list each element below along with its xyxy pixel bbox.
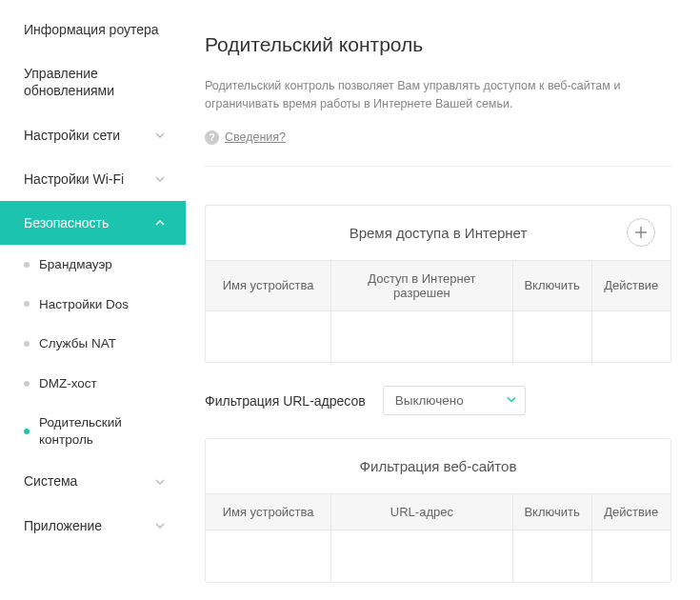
sidebar-item-wifi[interactable]: Настройки Wi-Fi — [0, 157, 186, 201]
col-enable: Включить — [512, 260, 591, 310]
sidebar-item-router-info[interactable]: Информация роутера — [0, 8, 186, 51]
col-enable: Включить — [512, 494, 591, 530]
sidebar: Информация роутера Управление обновления… — [0, 0, 186, 600]
page-title: Родительский контроль — [205, 33, 671, 56]
panel-title: Время доступа в Интернет — [350, 225, 528, 241]
chevron-down-icon — [153, 172, 167, 186]
chevron-down-icon — [153, 475, 167, 489]
sidebar-item-nat[interactable]: Службы NAT — [0, 324, 186, 364]
col-action: Действие — [591, 494, 670, 530]
panel-title: Фильтрация веб-сайтов — [360, 458, 517, 474]
divider — [205, 166, 671, 167]
sidebar-item-system[interactable]: Система — [0, 459, 186, 503]
url-filter-select[interactable]: Выключено — [383, 386, 526, 415]
col-action: Действие — [591, 260, 670, 310]
internet-access-time-panel: Время доступа в Интернет Имя устройства … — [205, 205, 671, 364]
chevron-down-icon — [153, 129, 167, 142]
chevron-down-icon — [153, 519, 167, 532]
col-device-name: Имя устройства — [206, 494, 331, 530]
add-button[interactable] — [627, 218, 655, 247]
sidebar-item-application[interactable]: Приложение — [0, 504, 186, 548]
col-device-name: Имя устройства — [206, 260, 331, 310]
website-filter-panel: Фильтрация веб-сайтов Имя устройства URL… — [205, 438, 671, 583]
bullet-icon — [24, 262, 30, 268]
info-icon: ? — [205, 130, 219, 145]
col-url: URL-адрес — [331, 494, 512, 530]
sidebar-item-dos[interactable]: Настройки Dos — [0, 285, 186, 325]
bullet-icon — [24, 341, 30, 347]
website-filter-table: Имя устройства URL-адрес Включить Действ… — [206, 493, 670, 582]
info-link[interactable]: Сведения? — [225, 130, 286, 144]
table-row — [206, 530, 670, 582]
sidebar-item-network[interactable]: Настройки сети — [0, 113, 186, 157]
sidebar-item-security[interactable]: Безопасность — [0, 201, 186, 245]
plus-icon — [634, 226, 648, 239]
sidebar-item-parental-control[interactable]: Родительский контроль — [0, 403, 186, 459]
sidebar-item-dmz[interactable]: DMZ-хост — [0, 364, 186, 404]
table-row — [206, 310, 670, 362]
url-filter-label: Фильтрация URL-адресов — [205, 393, 366, 409]
col-access-allowed: Доступ в Интернет разрешен — [331, 260, 512, 310]
bullet-icon — [24, 381, 30, 387]
page-description: Родительский контроль позволяет Вам упра… — [205, 77, 671, 113]
url-filter-row: Фильтрация URL-адресов Выключено — [205, 386, 671, 415]
sidebar-item-firewall[interactable]: Брандмауэр — [0, 245, 186, 285]
bullet-icon — [24, 301, 30, 307]
sidebar-item-update-mgmt[interactable]: Управление обновлениями — [0, 51, 186, 112]
chevron-down-icon — [506, 393, 517, 408]
chevron-up-icon — [153, 216, 167, 230]
bullet-icon — [24, 429, 30, 434]
main-content: Родительский контроль Родительский контр… — [186, 0, 700, 600]
internet-access-table: Имя устройства Доступ в Интернет разреше… — [206, 260, 670, 363]
